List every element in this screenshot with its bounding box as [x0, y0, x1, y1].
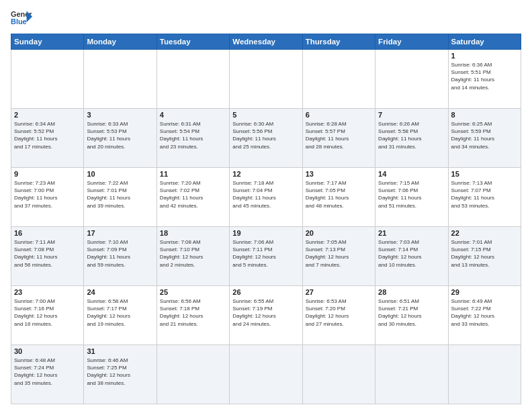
day-info: Sunrise: 7:22 AM Sunset: 7:01 PM Dayligh… [87, 179, 153, 210]
day-info: Sunrise: 7:03 AM Sunset: 7:14 PM Dayligh… [378, 238, 445, 269]
day-number: 19 [232, 229, 299, 237]
day-number: 12 [232, 170, 299, 178]
calendar-header-sunday: Sunday [11, 34, 84, 50]
day-number: 24 [87, 288, 153, 296]
calendar-day: 15Sunrise: 7:13 AM Sunset: 7:07 PM Dayli… [448, 168, 521, 227]
day-info: Sunrise: 7:08 AM Sunset: 7:10 PM Dayligh… [160, 238, 226, 269]
day-info: Sunrise: 6:46 AM Sunset: 7:25 PM Dayligh… [87, 357, 153, 387]
calendar-day: 27Sunrise: 6:53 AM Sunset: 7:20 PM Dayli… [302, 286, 375, 345]
calendar-day: 2Sunrise: 6:34 AM Sunset: 5:52 PM Daylig… [11, 109, 84, 168]
day-number: 27 [306, 288, 372, 296]
day-info: Sunrise: 6:34 AM Sunset: 5:52 PM Dayligh… [14, 120, 81, 150]
day-info: Sunrise: 7:06 AM Sunset: 7:11 PM Dayligh… [232, 238, 299, 269]
day-info: Sunrise: 7:17 AM Sunset: 7:05 PM Dayligh… [306, 179, 372, 210]
day-info: Sunrise: 6:55 AM Sunset: 7:19 PM Dayligh… [232, 298, 299, 328]
day-info: Sunrise: 6:51 AM Sunset: 7:21 PM Dayligh… [378, 298, 445, 328]
calendar-day [230, 50, 302, 109]
calendar-day: 19Sunrise: 7:06 AM Sunset: 7:11 PM Dayli… [230, 227, 302, 286]
day-number: 20 [306, 229, 372, 237]
day-number: 13 [306, 170, 372, 178]
calendar-day: 23Sunrise: 7:00 AM Sunset: 7:16 PM Dayli… [11, 286, 84, 345]
day-info: Sunrise: 6:30 AM Sunset: 5:56 PM Dayligh… [232, 120, 299, 150]
day-info: Sunrise: 7:05 AM Sunset: 7:13 PM Dayligh… [306, 238, 372, 269]
calendar-day: 8Sunrise: 6:25 AM Sunset: 5:59 PM Daylig… [448, 109, 521, 168]
calendar-header-friday: Friday [375, 34, 448, 50]
calendar-header-saturday: Saturday [448, 34, 521, 50]
day-info: Sunrise: 7:15 AM Sunset: 7:06 PM Dayligh… [378, 179, 445, 210]
calendar-day [157, 345, 229, 404]
calendar-day: 1Sunrise: 6:36 AM Sunset: 5:51 PM Daylig… [448, 50, 521, 109]
calendar-day: 24Sunrise: 6:58 AM Sunset: 7:17 PM Dayli… [84, 286, 157, 345]
day-number: 8 [451, 111, 518, 119]
calendar-day: 26Sunrise: 6:55 AM Sunset: 7:19 PM Dayli… [230, 286, 302, 345]
day-info: Sunrise: 6:56 AM Sunset: 7:18 PM Dayligh… [160, 298, 226, 328]
calendar-day: 20Sunrise: 7:05 AM Sunset: 7:13 PM Dayli… [302, 227, 375, 286]
day-info: Sunrise: 6:36 AM Sunset: 5:51 PM Dayligh… [451, 61, 518, 91]
generalblue-logo-icon: General Blue [11, 9, 32, 28]
day-number: 15 [451, 170, 518, 178]
calendar-day [448, 345, 521, 404]
day-number: 22 [451, 229, 518, 237]
calendar-day [157, 50, 229, 109]
calendar-header-tuesday: Tuesday [157, 34, 229, 50]
calendar-day: 4Sunrise: 6:31 AM Sunset: 5:54 PM Daylig… [157, 109, 229, 168]
calendar-day: 31Sunrise: 6:46 AM Sunset: 7:25 PM Dayli… [84, 345, 157, 404]
day-info: Sunrise: 7:13 AM Sunset: 7:07 PM Dayligh… [451, 179, 518, 210]
day-info: Sunrise: 6:31 AM Sunset: 5:54 PM Dayligh… [160, 120, 226, 150]
calendar-day [84, 50, 157, 109]
day-number: 11 [160, 170, 226, 178]
day-number: 4 [160, 111, 226, 119]
day-info: Sunrise: 6:33 AM Sunset: 5:53 PM Dayligh… [87, 120, 153, 150]
day-info: Sunrise: 7:01 AM Sunset: 7:15 PM Dayligh… [451, 238, 518, 269]
calendar-day: 13Sunrise: 7:17 AM Sunset: 7:05 PM Dayli… [302, 168, 375, 227]
calendar-day: 3Sunrise: 6:33 AM Sunset: 5:53 PM Daylig… [84, 109, 157, 168]
day-info: Sunrise: 6:25 AM Sunset: 5:59 PM Dayligh… [451, 120, 518, 150]
day-number: 30 [14, 347, 81, 355]
calendar-header-wednesday: Wednesday [230, 34, 302, 50]
calendar-header-thursday: Thursday [302, 34, 375, 50]
day-number: 25 [160, 288, 226, 296]
day-number: 3 [87, 111, 153, 119]
calendar-day: 10Sunrise: 7:22 AM Sunset: 7:01 PM Dayli… [84, 168, 157, 227]
calendar-day: 5Sunrise: 6:30 AM Sunset: 5:56 PM Daylig… [230, 109, 302, 168]
day-number: 26 [232, 288, 299, 296]
calendar-day: 9Sunrise: 7:23 AM Sunset: 7:00 PM Daylig… [11, 168, 84, 227]
day-number: 9 [14, 170, 81, 178]
calendar-day: 30Sunrise: 6:48 AM Sunset: 7:24 PM Dayli… [11, 345, 84, 404]
calendar-day: 25Sunrise: 6:56 AM Sunset: 7:18 PM Dayli… [157, 286, 229, 345]
day-info: Sunrise: 7:00 AM Sunset: 7:16 PM Dayligh… [14, 298, 81, 328]
calendar-day: 6Sunrise: 6:28 AM Sunset: 5:57 PM Daylig… [302, 109, 375, 168]
day-number: 7 [378, 111, 445, 119]
day-info: Sunrise: 6:58 AM Sunset: 7:17 PM Dayligh… [87, 298, 153, 328]
calendar-header-row: SundayMondayTuesdayWednesdayThursdayFrid… [11, 34, 521, 50]
calendar-day [302, 345, 375, 404]
header: General Blue [11, 9, 521, 28]
day-number: 18 [160, 229, 226, 237]
day-number: 10 [87, 170, 153, 178]
day-info: Sunrise: 6:28 AM Sunset: 5:57 PM Dayligh… [306, 120, 372, 150]
day-number: 5 [232, 111, 299, 119]
calendar-day: 18Sunrise: 7:08 AM Sunset: 7:10 PM Dayli… [157, 227, 229, 286]
calendar-day: 12Sunrise: 7:18 AM Sunset: 7:04 PM Dayli… [230, 168, 302, 227]
calendar-week-6: 30Sunrise: 6:48 AM Sunset: 7:24 PM Dayli… [11, 345, 521, 404]
day-number: 17 [87, 229, 153, 237]
calendar-day: 22Sunrise: 7:01 AM Sunset: 7:15 PM Dayli… [448, 227, 521, 286]
calendar-day [302, 50, 375, 109]
day-number: 31 [87, 347, 153, 355]
calendar-day [375, 50, 448, 109]
calendar-day: 16Sunrise: 7:11 AM Sunset: 7:08 PM Dayli… [11, 227, 84, 286]
day-number: 1 [451, 52, 518, 60]
calendar-week-1: 1Sunrise: 6:36 AM Sunset: 5:51 PM Daylig… [11, 50, 521, 109]
day-number: 29 [451, 288, 518, 296]
day-info: Sunrise: 6:26 AM Sunset: 5:58 PM Dayligh… [378, 120, 445, 150]
calendar-day: 28Sunrise: 6:51 AM Sunset: 7:21 PM Dayli… [375, 286, 448, 345]
day-number: 23 [14, 288, 81, 296]
day-info: Sunrise: 6:49 AM Sunset: 7:22 PM Dayligh… [451, 298, 518, 328]
day-info: Sunrise: 7:23 AM Sunset: 7:00 PM Dayligh… [14, 179, 81, 210]
day-info: Sunrise: 7:18 AM Sunset: 7:04 PM Dayligh… [232, 179, 299, 210]
day-number: 14 [378, 170, 445, 178]
day-number: 21 [378, 229, 445, 237]
day-info: Sunrise: 7:11 AM Sunset: 7:08 PM Dayligh… [14, 238, 81, 269]
calendar-day: 7Sunrise: 6:26 AM Sunset: 5:58 PM Daylig… [375, 109, 448, 168]
calendar-header-monday: Monday [84, 34, 157, 50]
